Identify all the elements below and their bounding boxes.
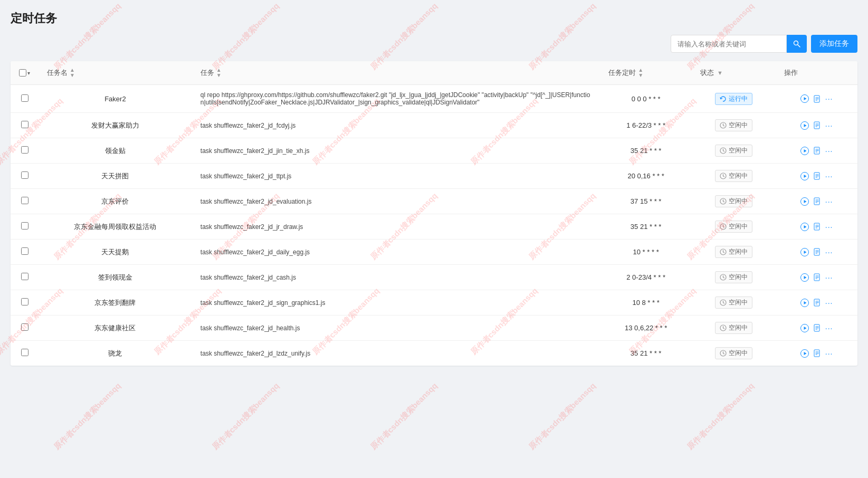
status-filter-icon[interactable]: ▼: [717, 70, 723, 76]
row-checkbox[interactable]: [21, 171, 28, 179]
row-checkbox[interactable]: [21, 222, 28, 230]
add-task-button[interactable]: 添加任务: [811, 35, 857, 53]
run-button[interactable]: [800, 197, 809, 206]
search-wrap: [671, 35, 807, 53]
checkbox-dropdown-icon[interactable]: ▾: [27, 70, 30, 76]
run-button[interactable]: [800, 121, 809, 130]
row-checkbox[interactable]: [21, 298, 28, 305]
table-row: 骁龙task shufflewzc_faker2_jd_lzdz_unify.j…: [11, 341, 857, 366]
more-button[interactable]: ···: [825, 324, 833, 332]
edit-button[interactable]: [813, 273, 821, 281]
more-button[interactable]: ···: [825, 223, 833, 231]
edit-button[interactable]: [813, 248, 821, 256]
more-button[interactable]: ···: [825, 147, 833, 155]
task-name-cell: 发财大赢家助力: [39, 113, 192, 138]
more-button[interactable]: ···: [825, 94, 833, 103]
svg-marker-48: [804, 225, 806, 228]
edit-button[interactable]: [813, 197, 821, 205]
more-button[interactable]: ···: [825, 197, 833, 206]
task-sort-icon[interactable]: ▲ ▼: [216, 68, 222, 78]
svg-line-64: [723, 278, 724, 279]
table-row: 签到领现金task shufflewzc_faker2_jd_cash.js2 …: [11, 265, 857, 290]
run-button[interactable]: [800, 248, 809, 256]
task-script-cell: task shufflewzc_faker2_jd_cash.js: [192, 265, 600, 290]
clock-icon: [720, 299, 727, 306]
run-button[interactable]: [800, 172, 809, 180]
task-schedule-cell: 13 0,6,22 * * *: [600, 316, 692, 341]
row-checkbox-cell: [11, 341, 39, 366]
svg-line-37: [723, 202, 724, 203]
svg-marker-12: [804, 124, 806, 127]
edit-button[interactable]: [813, 349, 821, 357]
th-status-label: 状态: [700, 68, 714, 78]
edit-button[interactable]: [813, 121, 821, 129]
more-button[interactable]: ···: [825, 273, 833, 282]
ops-icons-group: ···: [784, 197, 849, 206]
row-checkbox[interactable]: [21, 94, 28, 102]
th-name-sort: 任务名 ▲ ▼: [47, 68, 75, 78]
edit-button[interactable]: [813, 299, 821, 307]
run-button[interactable]: [800, 349, 809, 358]
table-body: Faker2ql repo https://ghproxy.com/https:…: [11, 85, 857, 366]
play-icon: [800, 147, 809, 155]
row-checkbox[interactable]: [21, 121, 28, 128]
document-icon: [813, 273, 821, 281]
th-schedule: 任务定时 ▲ ▼: [600, 61, 692, 85]
th-status-sort: 状态 ▼: [700, 68, 723, 78]
task-ops-cell: ···: [776, 189, 857, 214]
search-button[interactable]: [787, 35, 807, 53]
play-icon: [800, 121, 809, 130]
row-checkbox[interactable]: [21, 197, 28, 204]
edit-button[interactable]: [813, 95, 821, 103]
run-button[interactable]: [800, 223, 809, 231]
run-button[interactable]: [800, 324, 809, 332]
edit-button[interactable]: [813, 147, 821, 155]
task-name-cell: 天天拼图: [39, 164, 192, 189]
row-checkbox-cell: [11, 164, 39, 189]
run-button[interactable]: [800, 147, 809, 155]
ops-icons-group: ···: [784, 121, 849, 130]
svg-marker-57: [804, 251, 806, 254]
clock-icon: [720, 223, 727, 230]
edit-button[interactable]: [813, 324, 821, 332]
edit-button[interactable]: [813, 223, 821, 231]
document-icon: [813, 147, 821, 155]
document-icon: [813, 197, 821, 205]
select-all-checkbox[interactable]: [19, 69, 26, 77]
edit-button[interactable]: [813, 172, 821, 180]
more-button[interactable]: ···: [825, 248, 833, 256]
run-button[interactable]: [800, 273, 809, 282]
task-script-cell: task shufflewzc_faker2_jd_jr_draw.js: [192, 214, 600, 240]
svg-marker-3: [804, 97, 806, 100]
more-button[interactable]: ···: [825, 349, 833, 358]
row-checkbox-cell: [11, 316, 39, 341]
task-status-cell: 空闲中: [692, 240, 776, 265]
row-checkbox[interactable]: [21, 273, 28, 280]
document-icon: [813, 299, 821, 307]
svg-marker-75: [804, 301, 806, 304]
play-icon: [800, 172, 809, 180]
watermark-24: 原作者csdn搜索beansqq: [527, 381, 598, 452]
more-button[interactable]: ···: [825, 172, 833, 180]
row-checkbox[interactable]: [21, 349, 28, 356]
status-badge: 空闲中: [715, 119, 752, 131]
search-input[interactable]: [671, 35, 787, 53]
watermark-25: 原作者csdn搜索beansqq: [685, 381, 756, 452]
task-name-cell: 领金贴: [39, 138, 192, 164]
task-ops-cell: ···: [776, 240, 857, 265]
row-checkbox-cell: [11, 189, 39, 214]
schedule-sort-icon[interactable]: ▲ ▼: [638, 68, 643, 78]
run-button[interactable]: [800, 94, 809, 103]
task-script-cell: task shufflewzc_faker2_jd_jin_tie_xh.js: [192, 138, 600, 164]
task-schedule-cell: 35 21 * * *: [600, 214, 692, 240]
task-status-cell: 空闲中: [692, 214, 776, 240]
task-schedule-cell: 37 15 * * *: [600, 189, 692, 214]
run-button[interactable]: [800, 299, 809, 307]
row-checkbox[interactable]: [21, 146, 28, 154]
task-name-cell: 骁龙: [39, 341, 192, 366]
name-sort-icon[interactable]: ▲ ▼: [70, 68, 75, 78]
more-button[interactable]: ···: [825, 121, 833, 130]
more-button[interactable]: ···: [825, 299, 833, 307]
row-checkbox[interactable]: [21, 323, 28, 331]
row-checkbox[interactable]: [21, 247, 28, 255]
